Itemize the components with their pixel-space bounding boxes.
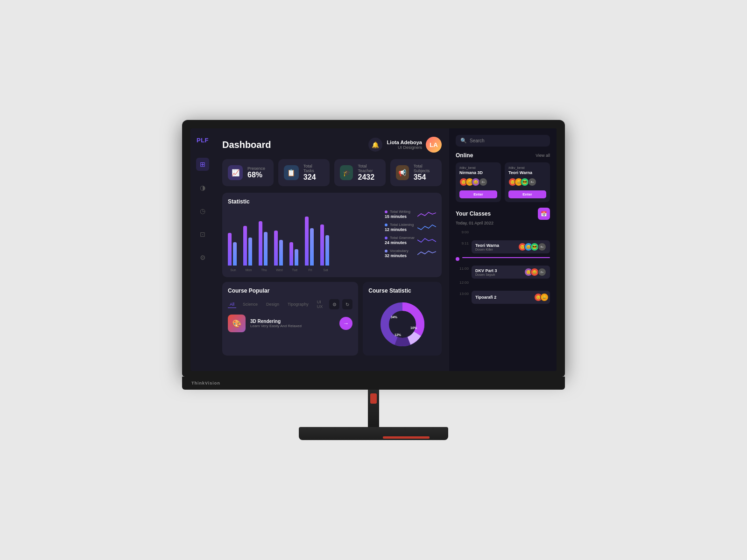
chart-section: Statistic (222, 193, 442, 277)
avatar-count-2: 4+ (528, 178, 536, 186)
monitor-outer: PLF ⊞ ◑ ◷ ⊡ ⚙ Dashboard 🔔 (173, 120, 574, 440)
bar-group-tue (289, 242, 298, 266)
course-popular: Course Popular All Science Design Tipogr… (222, 282, 358, 356)
time-label-1300: 13:00 (456, 291, 469, 296)
label-tue: Tue (290, 268, 299, 272)
monitor-neck (368, 390, 379, 427)
time-label-1200: 12:00 (456, 280, 469, 285)
course-statistic: Course Statistic (363, 282, 442, 356)
chart-legend: Total Writing 15 minutes (380, 210, 436, 272)
tabs-row: All Science Design Tipography UI UX ⚙ ↻ (228, 299, 352, 310)
enter-button-2[interactable]: Enter (508, 190, 546, 198)
bar-sun-purple (228, 233, 232, 266)
time-content-1100: DKV Part 3 Dosen Sepuh 😊 😄 2+ (472, 266, 550, 279)
card2-tag: #dkv_berat (508, 166, 546, 169)
classes-title: Your Classes (456, 210, 491, 217)
legend-value-listening: 12 minutes (385, 227, 415, 232)
sidebar-item-courses[interactable]: ⊡ (196, 228, 209, 241)
course-name: 3D Rendering (250, 319, 335, 324)
sidebar-item-settings[interactable]: ⚙ (196, 251, 209, 264)
course-action-button[interactable]: → (339, 317, 352, 330)
class-card-teori: Teori Warna Dosen Killer 😊 😄 😎 4+ (472, 240, 550, 253)
view-all-button[interactable]: View all (536, 153, 550, 158)
dashboard: PLF ⊞ ◑ ◷ ⊡ ⚙ Dashboard 🔔 (190, 128, 557, 371)
notification-button[interactable]: 🔔 (368, 138, 382, 152)
class-name-dkv: DKV Part 3 (475, 268, 497, 273)
time-content-911: Teori Warna Dosen Killer 😊 😄 😎 4+ (472, 240, 550, 253)
class-name-teori: Teori Warna (475, 243, 499, 248)
legend-grammar: Total Grammar 24 minutes (385, 236, 436, 245)
mini-chart-grammar (417, 236, 436, 245)
statistic-title: Statistic (228, 198, 436, 205)
search-placeholder[interactable]: Search (470, 138, 545, 143)
class-avatars-dkv: 😊 😄 2+ (524, 268, 546, 276)
online-card-nirmana: #dkv_berat Nirmana 3D 😊 😄 😃 2+ Enter (456, 162, 501, 202)
legend-label-writing: Total Writing (390, 210, 410, 214)
filter-button[interactable]: ⚙ (329, 299, 339, 309)
your-classes-section: Your Classes 📅 Today, 01 April 2022 9:00 (456, 208, 550, 304)
class-avatars-tipo: 😊 😄 (534, 293, 546, 301)
presence-label: Presence (247, 166, 265, 171)
presence-value: 68% (247, 171, 265, 179)
teacher-value: 2432 (358, 173, 380, 182)
course-info: 3D Rendering Learn Very Easily And Relax… (250, 319, 335, 328)
mini-chart-listening (417, 223, 436, 231)
tab-tipography[interactable]: Tipography (286, 301, 310, 308)
legend-writing: Total Writing 15 minutes (385, 210, 436, 219)
monitor-brand-label: ThinkVision (191, 381, 220, 385)
subjects-icon: 📢 (396, 165, 409, 180)
bar-group-sun (228, 233, 237, 266)
class-sub-dkv: Dosen Sepuh (475, 273, 497, 276)
label-thu: Thu (260, 268, 268, 272)
donut-wrap: 34% 10% 12% (368, 299, 436, 350)
time-label-1100: 11:00 (456, 266, 469, 271)
avatar-count-1: 2+ (479, 178, 487, 186)
tab-science[interactable]: Science (241, 301, 260, 308)
monitor-bezel: PLF ⊞ ◑ ◷ ⊡ ⚙ Dashboard 🔔 (182, 120, 565, 377)
search-icon: 🔍 (460, 138, 467, 144)
time-content-915 (462, 254, 550, 260)
bar-group-fri (305, 217, 314, 266)
refresh-button[interactable]: ↻ (342, 299, 352, 309)
teacher-label: Total Teacher (358, 164, 380, 173)
legend-vocabulary: Vocabulary 32 minutes (385, 249, 436, 258)
base-accent (383, 436, 430, 439)
bar-sat-blue (325, 235, 329, 266)
neck-button (370, 393, 377, 404)
presence-icon: 📈 (228, 165, 243, 180)
stats-row: 📈 Presence 68% 📋 Total Tasks 324 (222, 159, 442, 186)
bar-thu-blue (264, 232, 268, 266)
time-row-915 (456, 254, 550, 265)
bar-sat-purple (320, 224, 324, 266)
stat-card-subjects: 📢 Total Subjects 354 (390, 159, 442, 186)
tab-all[interactable]: All (228, 301, 236, 308)
right-panel: 🔍 Search Online View all #dkv_berat (449, 128, 557, 371)
class-card-tipo: Tipoarafi 2 😊 😄 (472, 291, 550, 304)
progress-bar (462, 257, 550, 258)
tab-uiux[interactable]: UI UX (315, 299, 325, 310)
tasks-value: 324 (303, 173, 324, 182)
card2-avatars: 😊 😄 😎 4+ (508, 178, 546, 186)
search-bar[interactable]: 🔍 Search (456, 135, 550, 147)
tab-design[interactable]: Design (264, 301, 281, 308)
sidebar-item-dashboard[interactable]: ⊞ (196, 158, 209, 171)
bar-tue-purple (289, 242, 293, 266)
time-row-911: 9:11 Teori Warna Dosen Killer 😊 (456, 240, 550, 253)
class-sub-teori: Dosen Killer (475, 248, 499, 251)
user-info: Liota Adeboya UI Designers LA (387, 137, 442, 153)
chart-bars-area: Sun Mon Thu Wed Tue Fri Sat (228, 210, 375, 272)
calendar-button[interactable]: 📅 (538, 208, 550, 220)
enter-button-1[interactable]: Enter (459, 190, 497, 198)
bottom-section: Course Popular All Science Design Tipogr… (222, 282, 442, 356)
bar-labels: Sun Mon Thu Wed Tue Fri Sat (228, 268, 375, 272)
label-sat: Sat (321, 268, 330, 272)
mini-chart-vocabulary (417, 249, 436, 258)
sidebar-logo: PLF (197, 137, 209, 144)
legend-dot-vocabulary (385, 250, 388, 252)
svg-text:10%: 10% (410, 326, 417, 329)
course-statistic-title: Course Statistic (368, 287, 436, 294)
bar-wed-blue (279, 240, 283, 266)
sidebar-item-analytics[interactable]: ◑ (196, 181, 209, 194)
class-name-tipo: Tipoarafi 2 (475, 295, 496, 300)
sidebar-item-schedule[interactable]: ◷ (196, 204, 209, 217)
